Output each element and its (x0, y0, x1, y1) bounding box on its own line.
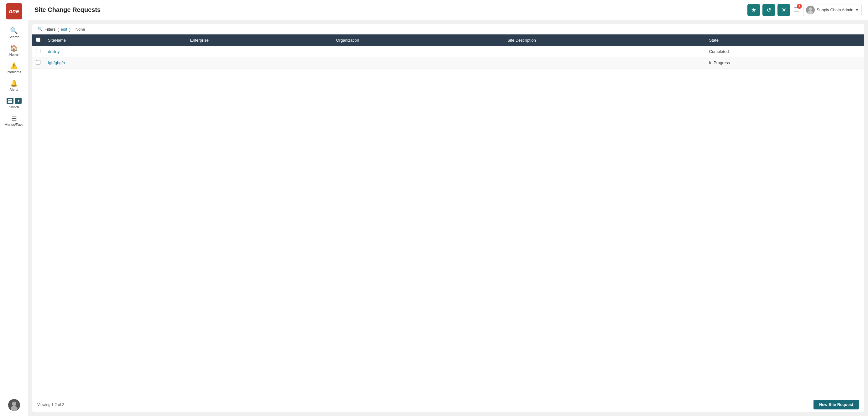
user-avatar-small (806, 6, 815, 14)
svg-rect-1 (8, 101, 12, 103)
sidebar-item-problems-label: Problems (7, 70, 21, 74)
row-site-name-cell: drtrtrty (44, 46, 186, 57)
sidebar-item-alerts[interactable]: 🔔 Alerts (0, 77, 28, 95)
row-state-cell: In Progress (706, 57, 864, 69)
page-title: Site Change Requests (34, 6, 747, 13)
filters-bar: 🔍 Filters ( edit ) : None (32, 24, 864, 34)
row-enterprise-cell (186, 57, 332, 69)
site-change-requests-table: SiteName Enterprise Organization Site De… (32, 34, 864, 69)
sidebar-bottom (0, 399, 28, 416)
search-icon: 🔍 (10, 28, 18, 34)
home-icon: 🏠 (10, 45, 18, 51)
user-dropdown[interactable]: Supply Chain Admin ▼ (803, 4, 862, 16)
app-logo[interactable]: one (6, 3, 22, 20)
alerts-icon: 🔔 (10, 80, 18, 86)
svg-point-3 (12, 402, 16, 406)
filters-edit-link[interactable]: edit (61, 27, 67, 32)
close-icon: ✕ (781, 7, 786, 13)
filters-label: Filters (44, 27, 56, 32)
col-site-name: SiteName (44, 34, 186, 46)
user-name: Supply Chain Admin (817, 7, 853, 12)
filters-colon: : (72, 27, 73, 32)
dropdown-arrow-icon: ▼ (855, 8, 859, 12)
sidebar-item-home[interactable]: 🏠 Home (0, 42, 28, 60)
menu-button[interactable]: ☰ 1 (793, 5, 801, 15)
col-state: State (706, 34, 864, 46)
col-site-description: Site Description (504, 34, 706, 46)
svg-point-4 (11, 406, 18, 411)
filter-search-icon: 🔍 (37, 27, 42, 32)
sidebar-item-menus-label: Menus/Favs (5, 123, 24, 126)
sidebar-item-switch-label: Switch (9, 105, 19, 109)
header-actions: ★ ↺ ✕ ☰ 1 Supply Chain Ad (747, 4, 862, 16)
sidebar-item-search-label: Search (8, 35, 20, 39)
logo-text: one (9, 8, 19, 15)
svg-point-7 (808, 11, 813, 14)
sidebar-item-switch[interactable]: Switch (0, 95, 28, 112)
menus-icon: ☰ (11, 115, 17, 122)
col-check (32, 34, 44, 46)
row-site-name-cell: fghfghgfh (44, 57, 186, 69)
row-check-cell (32, 57, 44, 69)
row-enterprise-cell (186, 46, 332, 57)
table-row: fghfghgfh In Progress (32, 57, 864, 69)
filters-parens-open: ( (57, 27, 59, 32)
row-organization-cell (332, 46, 504, 57)
viewing-count: Viewing 1-2 of 2 (37, 403, 64, 407)
content-panel: 🔍 Filters ( edit ) : None SiteName (32, 24, 864, 412)
col-enterprise: Enterprise (186, 34, 332, 46)
switch-icon-1 (7, 98, 13, 104)
row-site-description-cell (504, 57, 706, 69)
row-check-cell (32, 46, 44, 57)
close-button[interactable]: ✕ (777, 4, 790, 16)
row-organization-cell (332, 57, 504, 69)
header: Site Change Requests ★ ↺ ✕ ☰ 1 (28, 0, 868, 20)
footer: Viewing 1-2 of 2 New Site Request (32, 397, 864, 412)
site-name-link[interactable]: fghfghgfh (48, 60, 65, 65)
sidebar-item-problems[interactable]: ⚠️ Problems (0, 60, 28, 77)
table-body: drtrtrty Completed fghfghgfh In Progress (32, 46, 864, 69)
refresh-icon: ↺ (767, 7, 771, 13)
notification-badge: 1 (797, 4, 802, 9)
refresh-button[interactable]: ↺ (763, 4, 775, 16)
svg-rect-0 (8, 99, 12, 100)
row-state-cell: Completed (706, 46, 864, 57)
sidebar-item-menus[interactable]: ☰ Menus/Favs (0, 112, 28, 130)
table-row: drtrtrty Completed (32, 46, 864, 57)
problems-icon: ⚠️ (10, 63, 18, 69)
sidebar-item-search[interactable]: 🔍 Search (0, 24, 28, 42)
row-checkbox[interactable] (36, 49, 40, 53)
row-site-description-cell (504, 46, 706, 57)
filters-value: None (75, 27, 85, 32)
table-wrap: SiteName Enterprise Organization Site De… (32, 34, 864, 397)
select-all-checkbox[interactable] (36, 38, 40, 42)
user-avatar[interactable] (8, 399, 20, 411)
switch-icons (7, 98, 22, 104)
star-icon: ★ (751, 7, 756, 13)
new-site-request-button[interactable]: New Site Request (813, 400, 859, 409)
main-area: Site Change Requests ★ ↺ ✕ ☰ 1 (28, 0, 868, 416)
filters-parens-close: ) (69, 27, 70, 32)
svg-point-6 (809, 7, 812, 11)
sidebar-item-alerts-label: Alerts (9, 88, 18, 91)
col-organization: Organization (332, 34, 504, 46)
favorite-button[interactable]: ★ (747, 4, 760, 16)
sidebar: one 🔍 Search 🏠 Home ⚠️ Problems 🔔 Alerts… (0, 0, 28, 416)
sidebar-item-home-label: Home (9, 53, 19, 56)
switch-icon-2 (15, 98, 22, 104)
row-checkbox[interactable] (36, 60, 40, 64)
site-name-link[interactable]: drtrtrty (48, 49, 60, 54)
table-header-row: SiteName Enterprise Organization Site De… (32, 34, 864, 46)
